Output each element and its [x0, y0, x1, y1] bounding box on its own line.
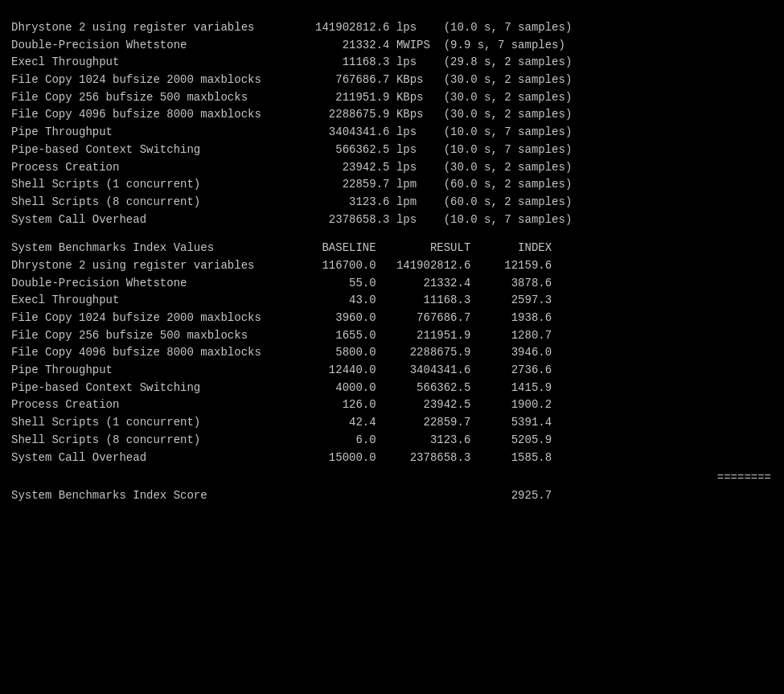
- index-row: File Copy 256 bufsize 500 maxblocks 1655…: [11, 327, 773, 345]
- index-row: System Call Overhead 15000.0 2378658.3 1…: [11, 450, 773, 467]
- index-row: Execl Throughput 43.0 11168.3 2597.3: [11, 292, 773, 310]
- index-row: Process Creation 126.0 23942.5 1900.2: [11, 396, 773, 414]
- benchmark-row: Process Creation 23942.5 lps (30.0 s, 2 …: [11, 159, 773, 177]
- index-row: Double-Precision Whetstone 55.0 21332.4 …: [11, 275, 773, 293]
- index-row: Pipe Throughput 12440.0 3404341.6 2736.6: [11, 362, 773, 380]
- benchmark-row: Shell Scripts (1 concurrent) 22859.7 lpm…: [11, 176, 773, 194]
- benchmark-row: Double-Precision Whetstone 21332.4 MWIPS…: [11, 37, 773, 55]
- equals-line: ========: [11, 470, 773, 487]
- score-line: System Benchmarks Index Score 2925.7: [11, 487, 773, 505]
- benchmark-row: System Call Overhead 2378658.3 lps (10.0…: [11, 211, 773, 229]
- index-row: File Copy 4096 bufsize 8000 maxblocks 58…: [11, 344, 773, 362]
- benchmark-row: Shell Scripts (8 concurrent) 3123.6 lpm …: [11, 194, 773, 211]
- benchmark-row: Execl Throughput 11168.3 lps (29.8 s, 2 …: [11, 54, 773, 72]
- benchmark-row: Pipe-based Context Switching 566362.5 lp…: [11, 142, 773, 159]
- benchmark-row: Pipe Throughput 3404341.6 lps (10.0 s, 7…: [11, 124, 773, 142]
- index-row: Shell Scripts (1 concurrent) 42.4 22859.…: [11, 414, 773, 432]
- index-header-row: System Benchmarks Index Values BASELINE …: [11, 240, 773, 257]
- index-row: File Copy 1024 bufsize 2000 maxblocks 39…: [11, 310, 773, 327]
- benchmark-row: File Copy 4096 bufsize 8000 maxblocks 22…: [11, 106, 773, 124]
- benchmark-row: File Copy 256 bufsize 500 maxblocks 2119…: [11, 89, 773, 107]
- index-row: Shell Scripts (8 concurrent) 6.0 3123.6 …: [11, 432, 773, 450]
- benchmarks-section: Dhrystone 2 using register variables 141…: [11, 19, 773, 228]
- index-row: Dhrystone 2 using register variables 116…: [11, 257, 773, 275]
- benchmark-row: Dhrystone 2 using register variables 141…: [11, 19, 773, 37]
- index-section: System Benchmarks Index Values BASELINE …: [11, 240, 773, 466]
- index-row: Pipe-based Context Switching 4000.0 5663…: [11, 380, 773, 397]
- benchmark-row: File Copy 1024 bufsize 2000 maxblocks 76…: [11, 72, 773, 89]
